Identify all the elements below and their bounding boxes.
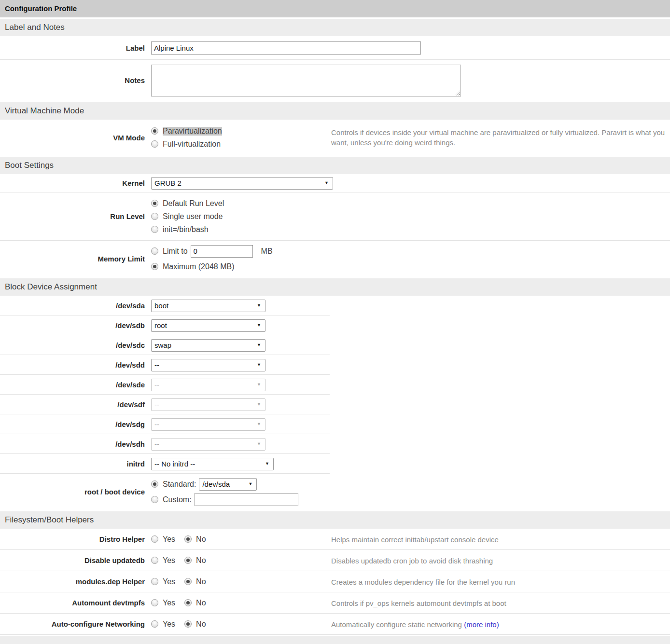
device-row-sdg: /dev/sdg -- ▼	[0, 414, 670, 434]
single-user-mode-option-label[interactable]: Single user mode	[163, 212, 223, 221]
dev-sde-label: /dev/sde	[0, 381, 145, 389]
dropdown-arrow-icon: ▼	[257, 442, 261, 446]
auto-configure-networking-label: Auto-configure Networking	[0, 620, 145, 628]
dev-sdf-label: /dev/sdf	[0, 400, 145, 409]
configuration-profile-page: Configuration Profile Label and Notes La…	[0, 0, 670, 644]
paravirtualization-radio[interactable]	[151, 127, 158, 135]
disable-updatedb-no-radio[interactable]	[184, 557, 192, 564]
modules-dep-no-radio[interactable]	[184, 578, 192, 585]
yes-option-label[interactable]: Yes	[163, 599, 175, 607]
section-filesystem-boot-helpers: Filesystem/Boot Helpers	[0, 511, 670, 529]
modules-dep-helper-label: modules.dep Helper	[0, 577, 145, 586]
disable-updatedb-yes-radio[interactable]	[151, 557, 158, 564]
custom-device-option-label[interactable]: Custom:	[163, 495, 192, 504]
full-virtualization-option-label[interactable]: Full-virtualization	[163, 140, 221, 149]
vm-mode-row: VM Mode Paravirtualization Full-virtuali…	[0, 120, 670, 155]
notes-textarea[interactable]	[151, 65, 461, 96]
dev-sde-select: -- ▼	[151, 379, 265, 391]
standard-device-radio[interactable]	[151, 480, 158, 488]
kernel-row: Kernel GRUB 2 ▼	[0, 174, 670, 192]
paravirtualization-option-label[interactable]: Paravirtualization	[163, 127, 222, 136]
notes-field-label: Notes	[0, 76, 145, 84]
label-input[interactable]	[151, 41, 421, 55]
device-row-sde: /dev/sde -- ▼	[0, 375, 670, 395]
yes-option-label[interactable]: Yes	[163, 577, 175, 586]
initrd-select[interactable]: -- No initrd -- ▼	[151, 458, 274, 470]
maximum-memory-option-label[interactable]: Maximum (2048 MB)	[163, 262, 234, 271]
yes-option-label[interactable]: Yes	[163, 535, 175, 544]
label-field-label: Label	[0, 44, 145, 52]
standard-device-option-label[interactable]: Standard:	[163, 480, 196, 489]
yes-option-label[interactable]: Yes	[163, 620, 175, 629]
memory-limit-label: Memory Limit	[0, 255, 145, 263]
dev-sdd-label: /dev/sdd	[0, 361, 145, 369]
next-section-strip	[0, 636, 670, 644]
init-bin-bash-option-label[interactable]: init=/bin/bash	[163, 225, 209, 234]
disable-updatedb-row: Disable updatedb Yes No Disables updated…	[0, 550, 670, 571]
automount-devtmpfs-no-radio[interactable]	[184, 599, 192, 606]
page-title: Configuration Profile	[0, 0, 670, 17]
memory-unit-label: MB	[261, 247, 273, 256]
dropdown-arrow-icon: ▼	[257, 343, 261, 347]
no-option-label[interactable]: No	[196, 535, 206, 544]
memory-limit-input[interactable]	[191, 245, 253, 258]
full-virtualization-radio[interactable]	[151, 140, 158, 148]
dropdown-arrow-icon: ▼	[257, 363, 261, 367]
dropdown-arrow-icon: ▼	[257, 303, 261, 308]
default-run-level-option-label[interactable]: Default Run Level	[163, 199, 224, 208]
auto-configure-networking-help-text: Automatically configure static networkin…	[331, 619, 665, 629]
single-user-mode-radio[interactable]	[151, 213, 158, 220]
dev-sda-select[interactable]: boot ▼	[151, 300, 265, 312]
no-option-label[interactable]: No	[196, 577, 206, 586]
disable-updatedb-label: Disable updatedb	[0, 556, 145, 564]
init-bin-bash-radio[interactable]	[151, 226, 158, 233]
distro-helper-yes-radio[interactable]	[151, 535, 158, 543]
auto-configure-networking-row: Auto-configure Networking Yes No Automat…	[0, 614, 670, 635]
device-row-sdh: /dev/sdh -- ▼	[0, 434, 670, 454]
run-level-label: Run Level	[0, 212, 145, 220]
device-row-sdb: /dev/sdb root ▼	[0, 315, 670, 335]
root-boot-device-label: root / boot device	[0, 488, 145, 496]
distro-helper-help-text: Helps maintain correct inittab/upstart c…	[331, 534, 665, 544]
no-option-label[interactable]: No	[196, 620, 206, 629]
automount-devtmpfs-yes-radio[interactable]	[151, 599, 158, 606]
standard-device-select[interactable]: /dev/sda ▼	[199, 478, 257, 491]
dev-sdg-select: -- ▼	[151, 418, 265, 431]
dev-sda-label: /dev/sda	[0, 301, 145, 310]
kernel-select[interactable]: GRUB 2 ▼	[151, 177, 333, 190]
section-virtual-machine-mode: Virtual Machine Mode	[0, 102, 670, 120]
maximum-memory-radio[interactable]	[151, 263, 158, 270]
dev-sdd-select[interactable]: -- ▼	[151, 359, 265, 371]
dev-sdc-select[interactable]: swap ▼	[151, 339, 265, 352]
dropdown-arrow-icon: ▼	[257, 422, 261, 426]
device-row-sdc: /dev/sdc swap ▼	[0, 335, 670, 355]
dropdown-arrow-icon: ▼	[265, 462, 269, 466]
more-info-link[interactable]: (more info)	[464, 620, 499, 628]
dev-sdb-select[interactable]: root ▼	[151, 319, 265, 332]
dev-sdg-label: /dev/sdg	[0, 420, 145, 428]
no-option-label[interactable]: No	[196, 556, 206, 565]
dropdown-arrow-icon: ▼	[324, 181, 329, 185]
auto-configure-networking-yes-radio[interactable]	[151, 620, 158, 628]
device-row-sdf: /dev/sdf -- ▼	[0, 395, 670, 414]
dev-sdh-select: -- ▼	[151, 438, 265, 451]
dev-sdb-label: /dev/sdb	[0, 321, 145, 329]
modules-dep-yes-radio[interactable]	[151, 578, 158, 585]
dev-sdf-select: -- ▼	[151, 398, 265, 411]
no-option-label[interactable]: No	[196, 599, 206, 607]
custom-device-input[interactable]	[195, 493, 298, 506]
limit-to-radio[interactable]	[151, 247, 158, 255]
custom-device-radio[interactable]	[151, 496, 158, 503]
distro-helper-label: Distro Helper	[0, 535, 145, 543]
limit-to-option-label[interactable]: Limit to	[163, 247, 188, 256]
auto-configure-networking-no-radio[interactable]	[184, 620, 192, 628]
vm-mode-help-text: Controls if devices inside your virtual …	[331, 127, 665, 148]
vm-mode-label: VM Mode	[0, 134, 145, 142]
distro-helper-no-radio[interactable]	[184, 535, 192, 543]
dropdown-arrow-icon: ▼	[257, 323, 261, 328]
yes-option-label[interactable]: Yes	[163, 556, 175, 565]
default-run-level-radio[interactable]	[151, 200, 158, 207]
kernel-label: Kernel	[0, 179, 145, 187]
run-level-row: Run Level Default Run Level Single user …	[0, 192, 670, 241]
modules-dep-helper-row: modules.dep Helper Yes No Creates a modu…	[0, 571, 670, 592]
